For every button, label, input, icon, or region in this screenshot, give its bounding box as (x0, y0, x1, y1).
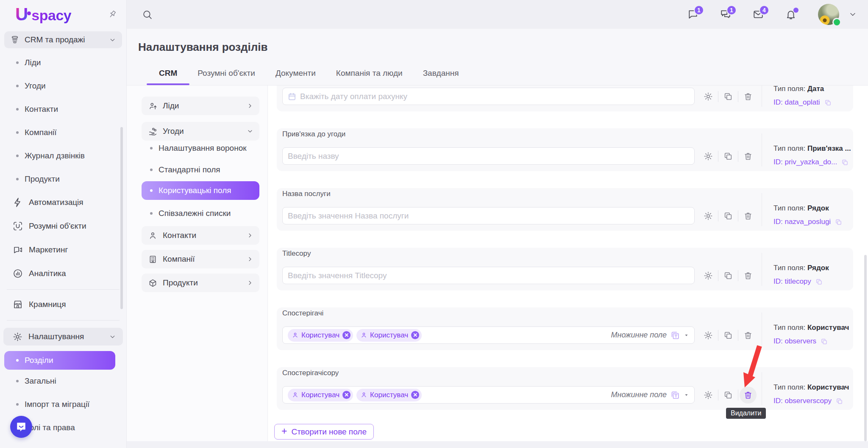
field-delete-button[interactable] (740, 148, 757, 165)
chip-label: Користувач (370, 391, 408, 399)
uspacy-logo[interactable]: U spacy (15, 6, 71, 24)
user-chip[interactable]: Користувач✕ (356, 389, 422, 401)
tab-Розумні об'єкти[interactable]: Розумні об'єкти (198, 69, 255, 85)
remove-chip-icon[interactable]: ✕ (411, 391, 419, 399)
tab-Завдання[interactable]: Завдання (423, 69, 459, 85)
field-settings-button[interactable] (700, 387, 717, 404)
user-chip[interactable]: Користувач✕ (288, 329, 353, 342)
subnav-child-Співзалежні списки[interactable]: Співзалежні списки (142, 206, 267, 221)
field-id[interactable]: ID: nazva_poslugi (773, 218, 868, 226)
sidebar-item-Журнал дзвінків[interactable]: Журнал дзвінків (0, 150, 126, 162)
subnav-item-Ліди[interactable]: Ліди (142, 97, 259, 115)
field-delete-button[interactable] (740, 88, 757, 105)
multi-field-label: Множинне поле (611, 331, 667, 340)
sidebar-module-selector[interactable]: CRM та продажі (4, 31, 122, 48)
support-chat-fab[interactable] (10, 416, 32, 438)
sidebar-item-Аналітика[interactable]: Аналітика (0, 267, 126, 280)
remove-chip-icon[interactable]: ✕ (342, 331, 351, 339)
tab-CRM[interactable]: CRM (147, 69, 189, 85)
field-settings-button[interactable] (700, 207, 717, 224)
chip-label: Користувач (301, 391, 339, 399)
divider (738, 390, 738, 401)
sidebar-item-Ліди[interactable]: Ліди (0, 57, 126, 69)
copy-icon (824, 99, 832, 106)
field-id[interactable]: ID: priv_yazka_do... (773, 158, 868, 166)
field-copy-button[interactable] (720, 267, 737, 284)
sidebar-store-slot: Крамниця (0, 298, 126, 311)
subnav-child-Налаштування воронок[interactable]: Налаштування воронок (142, 141, 267, 156)
field-id[interactable]: ID: data_oplati (773, 98, 868, 107)
sidebar-item-Маркетинг[interactable]: Маркетинг (0, 243, 126, 256)
field-copy-button[interactable] (720, 88, 737, 105)
sidebar-item-Імпорт та міграції[interactable]: Імпорт та міграції (0, 398, 126, 410)
subnav-child-label: Налаштування воронок (159, 144, 247, 153)
subnav-child-label: Користувацькі поля (159, 186, 231, 195)
trash-icon (743, 211, 753, 221)
copy-icon (723, 152, 733, 161)
user-chip[interactable]: Користувач✕ (356, 329, 422, 342)
field-delete-button[interactable] (740, 267, 757, 284)
sidebar-item-Розділи[interactable]: Розділи (4, 351, 115, 370)
notifications-button[interactable] (785, 9, 796, 20)
sidebar-item-Угоди[interactable]: Угоди (0, 80, 126, 92)
user-avatar[interactable] (818, 4, 839, 25)
divider (762, 133, 762, 166)
bullet-icon (16, 108, 19, 111)
field-id[interactable]: ID: observerscopy (773, 397, 868, 405)
chat-button[interactable]: 1 (687, 9, 698, 20)
sidebar-scrollbar[interactable] (120, 127, 123, 309)
sidebar-item-store[interactable]: Крамниця (0, 298, 126, 311)
field-delete-button[interactable] (740, 327, 757, 344)
topbar: 1 1 4 (127, 0, 868, 29)
field-id[interactable]: ID: titlecopy (773, 277, 868, 286)
field-copy-button[interactable] (720, 327, 737, 344)
sidebar-item-settings[interactable]: Налаштування (3, 328, 123, 346)
subnav-item-Угоди[interactable]: Угоди (142, 122, 259, 141)
remove-chip-icon[interactable]: ✕ (411, 331, 419, 339)
field-label: Titlecopy (282, 249, 311, 258)
tab-Компанія та люди[interactable]: Компанія та люди (336, 69, 403, 85)
sidebar-item-Загальні[interactable]: Загальні (0, 375, 126, 387)
field-settings-button[interactable] (700, 88, 717, 105)
person-icon (361, 392, 367, 398)
field-settings-button[interactable] (700, 327, 717, 344)
sidebar-item-Контакти[interactable]: Контакти (0, 103, 126, 115)
bullet-icon (16, 359, 19, 362)
field-input[interactable]: Вкажіть дату оплати рахунку (282, 88, 695, 105)
field-settings-button[interactable] (700, 267, 717, 284)
field-input[interactable]: Користувач✕Користувач✕Множинне поле (282, 326, 695, 344)
remove-chip-icon[interactable]: ✕ (342, 391, 351, 399)
field-input[interactable]: Введіть значення Назва послуги (282, 207, 695, 224)
subnav-item-Продукти[interactable]: Продукти (142, 274, 259, 292)
create-field-button[interactable]: +Створити нове поле (274, 424, 374, 440)
sidebar-item-Продукти[interactable]: Продукти (0, 173, 126, 185)
field-delete-button[interactable] (740, 387, 757, 404)
subnav-child-Стандартні поля[interactable]: Стандартні поля (142, 162, 267, 177)
field-input[interactable]: Введіть назву (282, 147, 695, 165)
field-copy-button[interactable] (720, 387, 737, 404)
mail-button[interactable]: 4 (753, 9, 764, 20)
sidebar-item-Компанії[interactable]: Компанії (0, 127, 126, 138)
group-chat-button[interactable]: 1 (720, 9, 731, 20)
field-copy-button[interactable] (720, 148, 737, 165)
subnav-item-Компанії[interactable]: Компанії (142, 250, 259, 268)
bullet-icon (16, 403, 19, 406)
field-copy-button[interactable] (720, 207, 737, 224)
subnav-item-Контакти[interactable]: Контакти (142, 226, 259, 245)
search-icon[interactable] (142, 9, 153, 20)
pin-icon[interactable] (106, 8, 119, 21)
field-input[interactable]: Користувач✕Користувач✕Множинне поле (282, 386, 695, 404)
sidebar-item-Автоматизація[interactable]: Автоматизація (0, 196, 126, 209)
sidebar-item-label: Контакти (25, 105, 58, 114)
user-chip[interactable]: Користувач✕ (288, 389, 353, 401)
subnav-child-Користувацькі поля-active[interactable]: Користувацькі поля (142, 181, 259, 200)
profile-chevron-down-icon[interactable] (849, 10, 857, 19)
field-delete-button[interactable] (740, 207, 757, 224)
field-input[interactable]: Введіть значення Titlecopy (282, 267, 695, 284)
field-id[interactable]: ID: observers (773, 337, 868, 346)
sidebar-item-Розумні об'єкти[interactable]: Розумні об'єкти (0, 220, 126, 232)
sidebar-divider (7, 320, 120, 321)
content-scrollbar[interactable] (864, 255, 867, 441)
field-settings-button[interactable] (700, 148, 717, 165)
tab-Документи[interactable]: Документи (275, 69, 316, 85)
